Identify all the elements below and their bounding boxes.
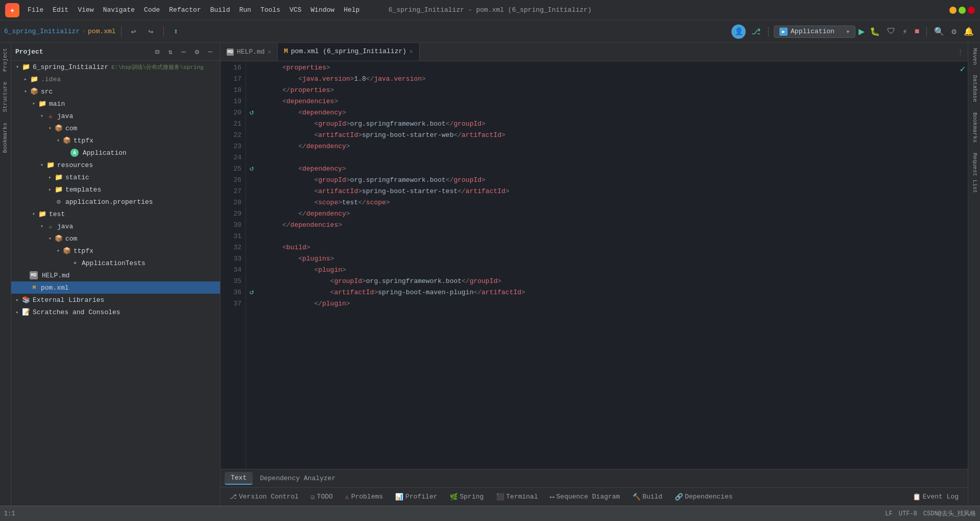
menu-code[interactable]: Code	[140, 4, 164, 16]
tree-item-help-md[interactable]: ▸ MD HELP.md	[11, 269, 220, 281]
tab-more-button[interactable]: ⋮	[953, 48, 968, 56]
redo-button[interactable]: ↪	[144, 25, 158, 39]
menu-run[interactable]: Run	[235, 4, 255, 16]
tab-dependency-analyzer[interactable]: Dependency Analyzer	[254, 472, 341, 484]
database-panel-label[interactable]: Database	[968, 70, 980, 107]
debug-button[interactable]: 🐛	[868, 25, 882, 39]
sort-button[interactable]: ⇅	[165, 46, 176, 57]
gutter-20-icon[interactable]: ↺	[246, 106, 257, 117]
code-content[interactable]: <properties> <java.version>1.8</java.ver…	[261, 61, 958, 469]
tree-item-root[interactable]: ▾ 📁 6_spring_Initializr E:\hsp训练\分布式微服务\…	[11, 61, 220, 73]
event-log-tool[interactable]: 📋 Event Log	[908, 491, 964, 503]
sequence-tool[interactable]: ⟷ Sequence Diagram	[545, 491, 625, 503]
menu-help[interactable]: Help	[339, 4, 363, 16]
tree-item-src[interactable]: ▾ 📦 src	[11, 85, 220, 98]
menu-edit[interactable]: Edit	[48, 4, 72, 16]
run-button[interactable]: ▶	[859, 25, 865, 38]
menu-tools[interactable]: Tools	[256, 4, 284, 16]
git-update-button[interactable]: ⬆	[169, 25, 183, 39]
line-ending-indicator[interactable]: LF	[885, 510, 892, 517]
filter-button[interactable]: ⋯	[178, 46, 189, 57]
tab-text[interactable]: Text	[225, 472, 253, 485]
gutter-25-icon[interactable]: ↺	[246, 162, 257, 174]
menu-window[interactable]: Window	[307, 4, 339, 16]
tree-item-ttpfx[interactable]: ▾ 📦 ttpfx	[11, 134, 220, 147]
tab-help-md[interactable]: MD HELP.md ✕	[220, 43, 278, 61]
minimize-button[interactable]	[949, 7, 957, 14]
search-button[interactable]: 🔍	[932, 25, 946, 39]
tree-item-com-main[interactable]: ▾ 📦 com	[11, 122, 220, 134]
profile-avatar[interactable]: 👤	[731, 25, 746, 39]
structure-side-label[interactable]: Structure	[0, 77, 11, 117]
tree-item-main[interactable]: ▾ 📁 main	[11, 98, 220, 110]
tree-item-java-main[interactable]: ▾ ☕ java	[11, 110, 220, 122]
tab-pom-xml[interactable]: M pom.xml (6_spring_Initializr) ✕	[278, 43, 420, 61]
menu-view[interactable]: View	[74, 4, 97, 16]
settings-button[interactable]: ⚙	[949, 25, 959, 39]
tree-item-com-test[interactable]: ▾ 📦 com	[11, 232, 220, 245]
undo-button[interactable]: ↩	[127, 25, 141, 39]
menu-vcs[interactable]: VCS	[285, 4, 305, 16]
ln-24: 24	[220, 152, 241, 163]
todo-tool[interactable]: ☑ TODO	[306, 491, 338, 503]
maven-panel-label[interactable]: Maven	[968, 43, 980, 70]
gutter-32	[246, 241, 261, 252]
tree-item-idea[interactable]: ▸ 📁 .idea	[11, 73, 220, 85]
tree-item-app-props[interactable]: ▸ ⚙ application.properties	[11, 196, 220, 208]
cursor-position[interactable]: 1:1	[4, 510, 15, 517]
stop-button[interactable]: ■	[913, 25, 922, 38]
dependencies-tool[interactable]: 🔗 Dependencies	[670, 491, 738, 503]
tree-item-static[interactable]: ▸ 📁 static	[11, 171, 220, 183]
request-list-panel-label[interactable]: Request List	[968, 148, 980, 198]
spring-tool[interactable]: 🌿 Spring	[445, 491, 489, 503]
hide-sidebar-button[interactable]: —	[205, 46, 216, 57]
tree-item-application[interactable]: ▸ A Application	[11, 147, 220, 159]
tree-item-pom-xml[interactable]: ▸ M pom.xml	[11, 281, 220, 294]
breadcrumb-file[interactable]: pom.xml	[88, 28, 116, 35]
close-button[interactable]	[968, 7, 975, 14]
breadcrumb-project[interactable]: 6_spring_Initializr	[4, 28, 80, 35]
build-tool[interactable]: 🔨 Build	[627, 491, 668, 503]
problems-tool[interactable]: ⚠ Problems	[340, 491, 388, 503]
bookmarks-side-label[interactable]: Bookmarks	[0, 117, 11, 158]
tree-item-ext-libs[interactable]: ▸ 📚 External Libraries	[11, 294, 220, 306]
encoding-indicator[interactable]: UTF-8	[899, 510, 917, 517]
tree-arrow-com-test: ▾	[46, 234, 54, 243]
profiler-tool[interactable]: 📊 Profiler	[390, 491, 442, 503]
collapse-all-button[interactable]: ⊟	[152, 46, 163, 57]
bookmarks-panel-label[interactable]: Bookmarks	[968, 107, 980, 148]
com-test-icon: 📦	[54, 234, 63, 243]
vcs-icon[interactable]: ⎇	[749, 25, 763, 39]
tree-item-resources[interactable]: ▾ 📁 resources	[11, 159, 220, 171]
menu-build[interactable]: Build	[206, 4, 234, 16]
tree-item-ttpfx-test[interactable]: ▾ 📦 ttpfx	[11, 245, 220, 257]
profile-button[interactable]: ⚡	[900, 25, 910, 39]
menu-file[interactable]: File	[23, 4, 47, 16]
version-control-tool[interactable]: ⎇ Version Control	[225, 491, 304, 503]
tree-item-templates[interactable]: ▸ 📁 templates	[11, 183, 220, 196]
coverage-button[interactable]: 🛡	[885, 25, 897, 38]
gutter-36-icon[interactable]: ↺	[246, 286, 257, 297]
scratches-icon: 📝	[21, 307, 31, 317]
sidebar-title: Project	[15, 48, 43, 56]
profiler-label: Profiler	[405, 493, 437, 501]
menu-refactor[interactable]: Refactor	[165, 4, 205, 16]
todo-icon: ☑	[311, 493, 315, 501]
tree-arrow-java-main: ▾	[38, 112, 46, 120]
menu-navigate[interactable]: Navigate	[99, 4, 139, 16]
tree-item-app-tests[interactable]: ▸ ● ApplicationTests	[11, 257, 220, 269]
project-side-label[interactable]: Project	[0, 43, 11, 77]
tree-item-java-test[interactable]: ▾ ☕ java	[11, 220, 220, 232]
terminal-tool[interactable]: ⬛ Terminal	[491, 491, 543, 503]
tree-item-scratches[interactable]: ▸ 📝 Scratches and Consoles	[11, 306, 220, 318]
notifications-button[interactable]: 🔔	[962, 25, 976, 39]
maximize-button[interactable]	[959, 7, 966, 14]
tab-help-md-close[interactable]: ✕	[268, 49, 272, 55]
window-title: 6_spring_Initializr - pom.xml (6_spring_…	[388, 6, 592, 14]
ln-29: 29	[220, 208, 241, 220]
run-config-selector[interactable]: ▶ Application ▾	[774, 26, 855, 38]
tree-item-test[interactable]: ▾ 📁 test	[11, 208, 220, 220]
tab-pom-xml-close[interactable]: ✕	[409, 48, 413, 55]
settings-tree-button[interactable]: ⚙	[191, 46, 203, 57]
gutter-27	[246, 185, 261, 196]
